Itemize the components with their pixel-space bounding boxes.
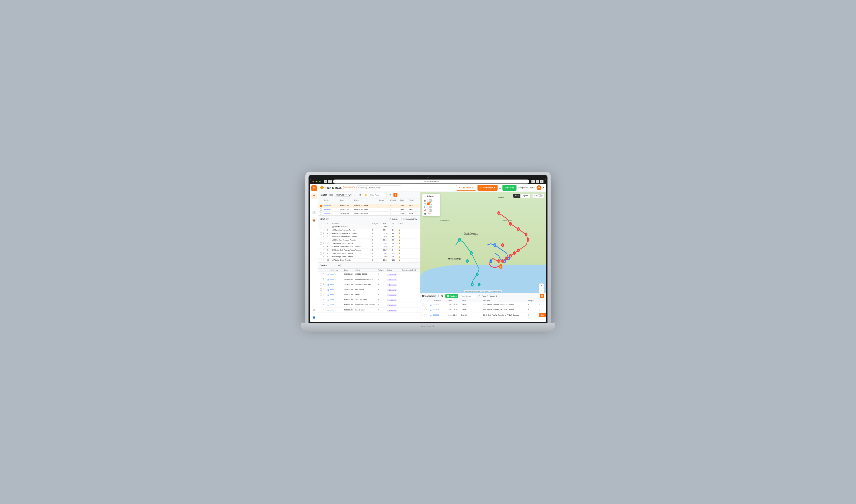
routing-button[interactable]: 📈 Routing [445,294,458,298]
subscribe-button[interactable]: Subscribe [502,185,517,191]
add-route-button[interactable]: ＋ Add Route ⬆ [456,185,476,191]
unscheduled-filter-input[interactable] [460,294,478,298]
browser-chrome: ‹ › web.track-pod.com ⬡ ↻ ⊞ [310,179,546,184]
order-row[interactable]: ⠿ D dem… 2024.01.30 Loblaws St Clair Ave… [318,303,420,308]
type-dropdown-icon[interactable]: ▾ [487,295,489,297]
order-row[interactable]: ⠿ D dem… 2024.01.30 Shoppers Drug Mart 0… [318,282,420,287]
grid-icon[interactable]: ⊞ [499,186,501,189]
order-row[interactable]: ⠿ D dem… 2024.01.30 HOTEL OCHO 0 ● Sched… [318,272,420,277]
close-dot[interactable] [312,181,314,182]
column-view-icon[interactable]: ⊞ [540,294,544,298]
week-filter[interactable]: This week ▾ [334,193,352,197]
sites-table: 🏢 Ontario, Canada 08:00 0 [318,225,420,262]
map-panel: Map Hybrid POI [421,192,546,322]
orders-grid-icon[interactable]: ⊞ [337,264,341,267]
unscheduled-copy-icon[interactable]: ⧉ [440,294,444,298]
road-icon: 〰 [424,203,426,205]
zoom-in-button[interactable]: + [539,283,544,288]
site-row[interactable]: ⠿ 4 188 Strachan Avenue, Toronto 0 08:41… [318,238,420,242]
save-icon: 💾 [424,213,426,215]
order-row[interactable]: ⠿ D dem… 2024.01.30 Loblaws Queen Street… [318,277,420,282]
maximize-dot[interactable] [319,181,321,182]
sites-table-header: # Address Weight ETA mi Lock [318,222,420,225]
map-label-airport: Toronto PearsonInternational Airport [464,232,478,235]
site-row[interactable]: ⠿ 2 585 Queen Street West, Toronto 0 08:… [318,232,420,235]
sidebar-icon-chart[interactable]: 📊 [311,209,317,215]
minimize-dot[interactable] [316,181,318,182]
routes-header: Routes 3 (1) This week ▾ ← 🗑 🔔 [318,192,420,198]
dropdown-icon[interactable]: ▾ [543,186,544,189]
sidebar-icon-user[interactable]: 👤 [311,315,317,321]
driver-toggle-1[interactable] [427,199,432,202]
hybrid-button[interactable]: Hybrid [521,194,530,198]
poi-toggle-switch[interactable] [537,194,543,197]
route-checkbox[interactable] [320,209,322,211]
site-row[interactable]: ⠿ 7 396 Saint Clair Avenue West, Toronto… [318,249,420,252]
sidebar-icon-box[interactable]: 📦 [311,217,317,223]
depot-dropdown-icon[interactable]: ▾ [496,295,497,297]
sidebar-icon-list[interactable]: ☰ [311,201,317,207]
search-input[interactable] [357,185,401,190]
url-bar[interactable]: web.track-pod.com [333,180,529,183]
unscheduled-row[interactable]: ⠿ D 000001 2024.01.30 Client01 525 Bay S… [421,302,546,307]
sidebar-icon-home[interactable]: ⊞ [311,185,317,191]
site-row[interactable]: ⠿ 9 2345 Yonge Street, Toronto 0 09:59 9… [318,255,420,258]
drivers-panel: 📍 Drivers 🚗 〰 [422,194,440,216]
avatar[interactable]: AN [536,185,542,190]
site-row[interactable]: ⠿ 6 719 Bloor Street West #101, Toronto … [318,245,420,249]
map-label-mississauga: Mississauga [448,257,461,260]
order-row[interactable]: ⠿ D dem… 2024.01.30 Metro 0 ● Scheduled [318,292,420,297]
site-checkbox[interactable] [320,226,322,228]
delete-icon[interactable]: 🗑 [358,193,362,197]
route-row[interactable]: R000009 2024.02.03 Vehicle02 (Driver… 0 … [318,204,420,208]
order-row[interactable]: ⠿ D dem… 2024.01.30 The UPS Store 0 ● Sc… [318,297,420,303]
site-row[interactable]: ⠿ 5 735 College Street, Toronto 0 08:55 … [318,242,420,245]
plus-icon: ＋ [459,186,461,189]
back-nav-icon[interactable]: ← [353,193,357,197]
order-row[interactable]: ⠿ D dem… 2024.01.30 Sporting Life 0 ● Sc… [318,308,420,313]
logo-icon: 🔶 [320,185,324,190]
save-button[interactable]: 💾 Save [424,213,439,215]
sidebar-icon-routes[interactable]: 📍 [311,193,317,199]
back-button[interactable]: ‹ [324,180,327,183]
site-row[interactable]: ⠿ 1 195 Spadina Avenue, Toronto 0 08:04 … [318,229,420,232]
site-row-depot[interactable]: 🏢 Ontario, Canada 08:00 0 [318,225,420,229]
poi-toggle[interactable]: POI [532,194,544,198]
driver-toggle-2[interactable] [427,202,432,205]
sidebar-icon-settings[interactable]: ⚙ [311,307,317,313]
view-toggle-icon[interactable]: ⊞ [393,193,397,197]
route-checkbox[interactable] [320,212,322,215]
extensions-icon[interactable]: ⊞ [540,180,544,183]
map-button[interactable]: Map [513,194,521,198]
forward-button[interactable]: › [328,180,332,183]
driver-toggle-4[interactable] [427,209,432,212]
route-row[interactable]: R000008 2024.02.03 Vehicle03 (Driver… 0 … [318,208,420,212]
calculate-eta-button[interactable]: ⊙ Calculate ETA [401,217,418,221]
layer-icon: ⊕ [424,206,426,208]
unscheduled-row[interactable]: ⠿ D 000003 2024.01.30 Client03 30 St Cla… [421,312,546,318]
reload-icon[interactable]: ↻ [536,180,539,183]
map-area[interactable]: Map Hybrid POI [421,192,546,293]
map-attribution: Map data ©2024 Google · 2 km · Terms · R… [464,290,502,292]
add-order-button[interactable]: 🔶 Add Order ⬆ [478,185,498,191]
bell-icon[interactable]: 🔔 [363,193,367,197]
route-row[interactable]: R000007 2024.02.03 Vehicle04 (Driver… 0 … [318,212,420,215]
zoom-out-button[interactable]: − [539,288,544,293]
help-button[interactable]: Help [539,313,546,317]
orders-copy-icon[interactable]: ⧉ [333,264,336,267]
driver-toggle-3[interactable] [426,206,432,209]
filter-icon2[interactable]: ▼ [479,295,481,297]
route-checkbox[interactable] [320,205,322,207]
site-row[interactable]: ⠿ 3 524 Queen Street West, Toronto 0 08:… [318,235,420,238]
filter-icon[interactable]: ▼ [388,193,392,197]
site-row[interactable]: ⠿ 10 147 Laird Drive, Toronto 0 10:19 12… [318,258,420,262]
version-badge[interactable]: Old Version [343,186,355,189]
app-header: 🔶 Plan & Track Old Version ＋ Add Route ⬆ [318,184,546,192]
site-row[interactable]: ⠿ 8 2665 Yonge Street, Toronto 0 09:47 9… [318,252,420,255]
map-label-vaughan: Vaughan [498,197,504,198]
order-row[interactable]: ⠿ D dem… 2024.01.30 ella + elliot 0 ● Sc… [318,287,420,292]
optimize-button[interactable]: 📈 Optimize [387,217,400,221]
routes-filter-input[interactable] [369,193,387,197]
share-icon[interactable]: ⬡ [531,180,535,183]
unscheduled-row[interactable]: ⠿ D 000002 2024.01.30 Client02 161 Bay S… [421,307,546,312]
